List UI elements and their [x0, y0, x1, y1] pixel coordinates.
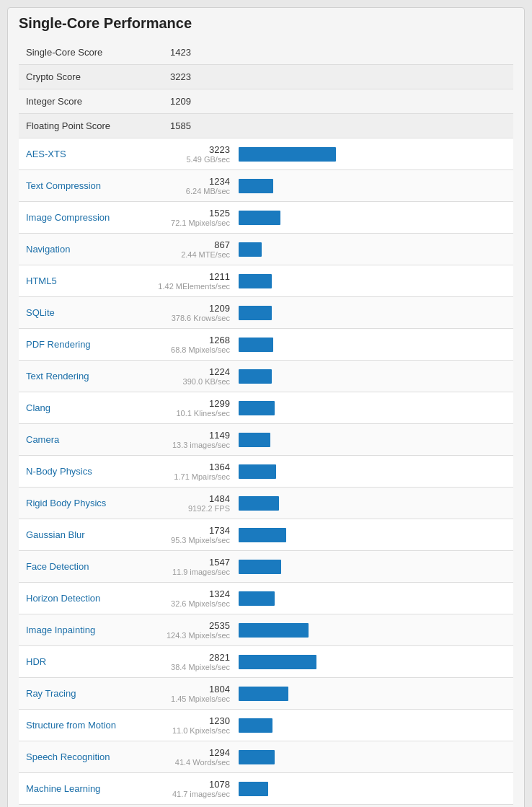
benchmark-bar: [239, 528, 286, 542]
bench-label[interactable]: Text Compression: [26, 180, 152, 191]
benchmark-row: Speech Recognition 1294 41.4 Words/sec: [19, 741, 513, 773]
benchmark-bar: [239, 750, 275, 764]
bar-container: [239, 560, 506, 574]
bench-label[interactable]: Image Compression: [26, 212, 152, 223]
bench-score-unit: 1547 11.9 images/sec: [152, 557, 239, 576]
bench-score-unit: 867 2.44 MTE/sec: [152, 239, 239, 259]
bench-label[interactable]: Ray Tracing: [26, 688, 152, 699]
bar-container: [239, 274, 506, 288]
bench-label[interactable]: Clang: [26, 402, 152, 413]
bench-score: 1149: [152, 430, 230, 441]
bench-label[interactable]: SQLite: [26, 307, 152, 318]
bar-container: [239, 179, 506, 193]
benchmark-row: Text Compression 1234 6.24 MB/sec: [19, 170, 513, 202]
bench-score-unit: 1209 378.6 Krows/sec: [152, 303, 239, 322]
benchmark-bar: [239, 496, 279, 511]
bench-label[interactable]: Horizon Detection: [26, 593, 152, 604]
bench-label[interactable]: AES-XTS: [26, 149, 152, 159]
summary-value: 3223: [170, 71, 191, 82]
bar-container: [239, 623, 506, 638]
bench-score: 1547: [152, 557, 230, 568]
bench-label[interactable]: Speech Recognition: [26, 751, 152, 762]
bar-container: [239, 211, 506, 225]
benchmark-bar: [239, 433, 270, 447]
bench-score: 1211: [152, 271, 230, 282]
benchmark-row: Camera 1149 13.3 images/sec: [19, 424, 513, 456]
bench-unit: 1.71 Mpairs/sec: [152, 472, 230, 481]
bar-container: [239, 718, 506, 733]
bench-label[interactable]: Image Inpainting: [26, 625, 152, 635]
bench-label[interactable]: Machine Learning: [26, 783, 152, 794]
bench-label[interactable]: HTML5: [26, 275, 152, 286]
bench-score: 1324: [152, 588, 230, 599]
bench-score: 1078: [152, 779, 230, 790]
bench-score-unit: 1234 6.24 MB/sec: [152, 176, 239, 195]
summary-label: Crypto Score: [26, 71, 170, 82]
bench-score-unit: 1525 72.1 Mpixels/sec: [152, 208, 239, 227]
bench-score-unit: 1230 11.0 Kpixels/sec: [152, 715, 239, 735]
bench-unit: 13.3 images/sec: [152, 441, 230, 449]
bench-score: 1364: [152, 462, 230, 472]
bench-label[interactable]: HDR: [26, 656, 152, 667]
summary-row: Single-Core Score 1423: [19, 40, 513, 65]
bench-label[interactable]: Text Rendering: [26, 371, 152, 382]
benchmark-row: Face Detection 1547 11.9 images/sec: [19, 551, 513, 583]
summary-value: 1209: [170, 96, 191, 107]
summary-label: Floating Point Score: [26, 120, 170, 131]
bench-label[interactable]: Rigid Body Physics: [26, 498, 152, 508]
bench-score-unit: 1224 390.0 KB/sec: [152, 366, 239, 386]
benchmark-bar: [239, 147, 336, 162]
bench-label[interactable]: N-Body Physics: [26, 466, 152, 477]
main-container: Single-Core Performance Single-Core Scor…: [7, 7, 525, 807]
benchmark-row: PDF Rendering 1268 68.8 Mpixels/sec: [19, 329, 513, 361]
benchmark-row: N-Body Physics 1364 1.71 Mpairs/sec: [19, 456, 513, 488]
bench-score: 2535: [152, 620, 230, 631]
bench-label[interactable]: Navigation: [26, 244, 152, 255]
bar-container: [239, 464, 506, 479]
benchmark-bar: [239, 655, 316, 669]
bench-label[interactable]: Face Detection: [26, 561, 152, 572]
bar-container: [239, 433, 506, 447]
summary-value: 1585: [170, 120, 191, 131]
bench-unit: 41.7 images/sec: [152, 790, 230, 798]
bench-unit: 11.0 Kpixels/sec: [152, 726, 230, 735]
benchmark-bar: [239, 306, 272, 320]
benchmark-section: AES-XTS 3223 5.49 GB/sec Text Compressio…: [19, 138, 513, 805]
bench-unit: 124.3 Mpixels/sec: [152, 631, 230, 640]
bench-label[interactable]: Gaussian Blur: [26, 529, 152, 540]
bench-score-unit: 1324 32.6 Mpixels/sec: [152, 588, 239, 608]
benchmark-bar: [239, 274, 272, 288]
bench-label[interactable]: Structure from Motion: [26, 720, 152, 731]
bench-unit: 5.49 GB/sec: [152, 155, 230, 164]
bench-score: 3223: [152, 144, 230, 155]
benchmark-bar: [239, 782, 268, 796]
bench-unit: 41.4 Words/sec: [152, 758, 230, 767]
bench-unit: 68.8 Mpixels/sec: [152, 345, 230, 354]
bench-score-unit: 1484 9192.2 FPS: [152, 493, 239, 513]
bench-label[interactable]: Camera: [26, 434, 152, 445]
bench-score-unit: 2535 124.3 Mpixels/sec: [152, 620, 239, 640]
benchmark-row: Clang 1299 10.1 Klines/sec: [19, 392, 513, 424]
bench-label[interactable]: PDF Rendering: [26, 339, 152, 350]
bench-score: 1299: [152, 398, 230, 409]
bench-score-unit: 1804 1.45 Mpixels/sec: [152, 684, 239, 703]
bench-unit: 72.1 Mpixels/sec: [152, 219, 230, 227]
bench-score-unit: 1211 1.42 MElements/sec: [152, 271, 239, 291]
bench-unit: 11.9 images/sec: [152, 568, 230, 576]
bench-score-unit: 1294 41.4 Words/sec: [152, 747, 239, 767]
bar-container: [239, 338, 506, 352]
bench-unit: 38.4 Mpixels/sec: [152, 663, 230, 671]
bench-unit: 95.3 Mpixels/sec: [152, 536, 230, 544]
summary-row: Crypto Score 3223: [19, 65, 513, 89]
benchmark-row: Rigid Body Physics 1484 9192.2 FPS: [19, 488, 513, 519]
benchmark-row: Gaussian Blur 1734 95.3 Mpixels/sec: [19, 519, 513, 551]
bench-score: 867: [152, 239, 230, 250]
benchmark-bar: [239, 591, 275, 606]
bar-container: [239, 401, 506, 415]
benchmark-row: Image Compression 1525 72.1 Mpixels/sec: [19, 202, 513, 234]
benchmark-bar: [239, 242, 262, 257]
bar-container: [239, 591, 506, 606]
benchmark-bar: [239, 338, 273, 352]
bench-score-unit: 2821 38.4 Mpixels/sec: [152, 652, 239, 671]
benchmark-row: Image Inpainting 2535 124.3 Mpixels/sec: [19, 614, 513, 646]
